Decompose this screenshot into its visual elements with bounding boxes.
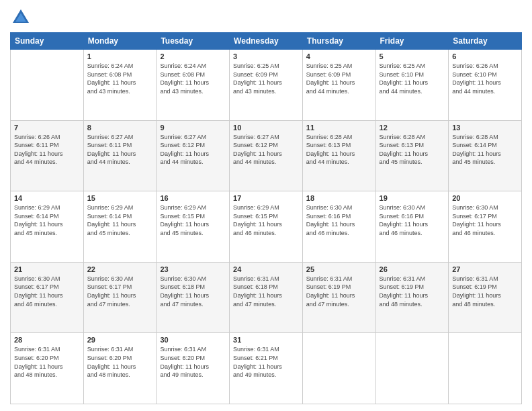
calendar-cell: 16Sunrise: 6:29 AM Sunset: 6:15 PM Dayli… (157, 191, 230, 263)
day-info: Sunrise: 6:28 AM Sunset: 6:14 PM Dayligh… (452, 133, 518, 167)
day-number: 3 (233, 52, 299, 60)
day-info: Sunrise: 6:31 AM Sunset: 6:18 PM Dayligh… (233, 275, 299, 308)
calendar-cell: 11Sunrise: 6:28 AM Sunset: 6:13 PM Dayli… (302, 120, 375, 191)
calendar-cell: 28Sunrise: 6:31 AM Sunset: 6:20 PM Dayli… (11, 333, 84, 404)
day-info: Sunrise: 6:30 AM Sunset: 6:16 PM Dayligh… (380, 203, 445, 237)
day-number: 13 (452, 124, 518, 132)
day-number: 5 (380, 52, 445, 60)
day-number: 16 (160, 194, 226, 202)
calendar-cell: 12Sunrise: 6:28 AM Sunset: 6:13 PM Dayli… (375, 120, 449, 191)
calendar-cell: 29Sunrise: 6:31 AM Sunset: 6:20 PM Dayli… (83, 333, 157, 404)
header-cell-wednesday: Wednesday (230, 33, 303, 50)
week-row: 14Sunrise: 6:29 AM Sunset: 6:14 PM Dayli… (11, 191, 522, 263)
calendar-cell: 3Sunrise: 6:25 AM Sunset: 6:09 PM Daylig… (230, 50, 303, 121)
day-info: Sunrise: 6:27 AM Sunset: 6:11 PM Dayligh… (87, 133, 153, 167)
day-info: Sunrise: 6:30 AM Sunset: 6:17 PM Dayligh… (452, 203, 518, 237)
day-number: 30 (160, 336, 226, 344)
calendar-cell: 6Sunrise: 6:26 AM Sunset: 6:10 PM Daylig… (449, 50, 522, 121)
calendar-cell: 9Sunrise: 6:27 AM Sunset: 6:12 PM Daylig… (157, 120, 230, 191)
day-info: Sunrise: 6:30 AM Sunset: 6:18 PM Dayligh… (160, 275, 226, 308)
week-row: 7Sunrise: 6:26 AM Sunset: 6:11 PM Daylig… (11, 120, 522, 191)
calendar-cell: 26Sunrise: 6:31 AM Sunset: 6:19 PM Dayli… (375, 262, 449, 333)
calendar-cell: 23Sunrise: 6:30 AM Sunset: 6:18 PM Dayli… (157, 262, 230, 333)
day-number: 11 (306, 124, 372, 132)
day-info: Sunrise: 6:29 AM Sunset: 6:14 PM Dayligh… (87, 203, 153, 237)
week-row: 28Sunrise: 6:31 AM Sunset: 6:20 PM Dayli… (11, 333, 522, 404)
day-info: Sunrise: 6:29 AM Sunset: 6:14 PM Dayligh… (14, 203, 80, 237)
header-cell-monday: Monday (83, 33, 157, 50)
day-info: Sunrise: 6:30 AM Sunset: 6:16 PM Dayligh… (306, 203, 372, 237)
day-number: 15 (87, 194, 153, 202)
day-info: Sunrise: 6:28 AM Sunset: 6:13 PM Dayligh… (380, 133, 445, 167)
day-info: Sunrise: 6:31 AM Sunset: 6:19 PM Dayligh… (380, 275, 445, 308)
calendar-cell (449, 333, 522, 404)
calendar-cell: 2Sunrise: 6:24 AM Sunset: 6:08 PM Daylig… (157, 50, 230, 121)
day-info: Sunrise: 6:31 AM Sunset: 6:21 PM Dayligh… (233, 345, 299, 379)
calendar-cell: 15Sunrise: 6:29 AM Sunset: 6:14 PM Dayli… (83, 191, 157, 263)
calendar-cell: 13Sunrise: 6:28 AM Sunset: 6:14 PM Dayli… (449, 120, 522, 191)
day-number: 1 (87, 52, 153, 60)
calendar-cell: 25Sunrise: 6:31 AM Sunset: 6:19 PM Dayli… (302, 262, 375, 333)
day-number: 20 (452, 194, 518, 202)
calendar-cell: 4Sunrise: 6:25 AM Sunset: 6:09 PM Daylig… (302, 50, 375, 121)
calendar-cell (302, 333, 375, 404)
day-info: Sunrise: 6:24 AM Sunset: 6:08 PM Dayligh… (160, 62, 226, 95)
calendar-cell: 5Sunrise: 6:25 AM Sunset: 6:10 PM Daylig… (375, 50, 449, 121)
day-info: Sunrise: 6:27 AM Sunset: 6:12 PM Dayligh… (233, 133, 299, 167)
day-number: 7 (14, 124, 80, 132)
day-number: 25 (306, 265, 372, 273)
day-info: Sunrise: 6:31 AM Sunset: 6:20 PM Dayligh… (14, 345, 80, 379)
page: SundayMondayTuesdayWednesdayThursdayFrid… (0, 0, 532, 411)
calendar-cell: 17Sunrise: 6:29 AM Sunset: 6:15 PM Dayli… (230, 191, 303, 263)
day-number: 2 (160, 52, 226, 60)
day-info: Sunrise: 6:31 AM Sunset: 6:19 PM Dayligh… (452, 275, 518, 308)
day-number: 23 (160, 265, 226, 273)
calendar-cell: 21Sunrise: 6:30 AM Sunset: 6:17 PM Dayli… (11, 262, 84, 333)
day-info: Sunrise: 6:28 AM Sunset: 6:13 PM Dayligh… (306, 133, 372, 167)
day-info: Sunrise: 6:27 AM Sunset: 6:12 PM Dayligh… (160, 133, 226, 167)
day-number: 31 (233, 336, 299, 344)
calendar-table: SundayMondayTuesdayWednesdayThursdayFrid… (10, 32, 522, 404)
header-cell-sunday: Sunday (11, 33, 84, 50)
day-number: 27 (452, 265, 518, 273)
calendar-cell: 31Sunrise: 6:31 AM Sunset: 6:21 PM Dayli… (230, 333, 303, 404)
header-cell-tuesday: Tuesday (157, 33, 230, 50)
header-cell-thursday: Thursday (302, 33, 375, 50)
day-number: 6 (452, 52, 518, 60)
day-info: Sunrise: 6:25 AM Sunset: 6:10 PM Dayligh… (380, 62, 445, 95)
calendar-cell: 24Sunrise: 6:31 AM Sunset: 6:18 PM Dayli… (230, 262, 303, 333)
calendar-cell: 8Sunrise: 6:27 AM Sunset: 6:11 PM Daylig… (83, 120, 157, 191)
day-number: 4 (306, 52, 372, 60)
calendar-header: SundayMondayTuesdayWednesdayThursdayFrid… (11, 33, 522, 50)
calendar-cell: 10Sunrise: 6:27 AM Sunset: 6:12 PM Dayli… (230, 120, 303, 191)
calendar-cell: 14Sunrise: 6:29 AM Sunset: 6:14 PM Dayli… (11, 191, 84, 263)
calendar-cell: 19Sunrise: 6:30 AM Sunset: 6:16 PM Dayli… (375, 191, 449, 263)
day-number: 29 (87, 336, 153, 344)
day-number: 14 (14, 194, 80, 202)
header-row: SundayMondayTuesdayWednesdayThursdayFrid… (11, 33, 522, 50)
day-number: 18 (306, 194, 372, 202)
header-cell-saturday: Saturday (449, 33, 522, 50)
calendar-cell: 30Sunrise: 6:31 AM Sunset: 6:20 PM Dayli… (157, 333, 230, 404)
day-info: Sunrise: 6:29 AM Sunset: 6:15 PM Dayligh… (233, 203, 299, 237)
day-number: 21 (14, 265, 80, 273)
calendar-cell: 20Sunrise: 6:30 AM Sunset: 6:17 PM Dayli… (449, 191, 522, 263)
day-number: 9 (160, 124, 226, 132)
day-info: Sunrise: 6:29 AM Sunset: 6:15 PM Dayligh… (160, 203, 226, 237)
day-info: Sunrise: 6:30 AM Sunset: 6:17 PM Dayligh… (14, 275, 80, 308)
logo (10, 7, 34, 28)
calendar-cell: 7Sunrise: 6:26 AM Sunset: 6:11 PM Daylig… (11, 120, 84, 191)
calendar-body: 1Sunrise: 6:24 AM Sunset: 6:08 PM Daylig… (11, 50, 522, 404)
day-number: 26 (380, 265, 445, 273)
header-cell-friday: Friday (375, 33, 449, 50)
calendar-cell: 27Sunrise: 6:31 AM Sunset: 6:19 PM Dayli… (449, 262, 522, 333)
logo-icon (10, 7, 32, 28)
week-row: 21Sunrise: 6:30 AM Sunset: 6:17 PM Dayli… (11, 262, 522, 333)
day-info: Sunrise: 6:31 AM Sunset: 6:19 PM Dayligh… (306, 275, 372, 308)
day-info: Sunrise: 6:25 AM Sunset: 6:09 PM Dayligh… (233, 62, 299, 95)
header (10, 7, 522, 28)
day-number: 17 (233, 194, 299, 202)
calendar-cell (375, 333, 449, 404)
day-number: 22 (87, 265, 153, 273)
calendar-cell (11, 50, 84, 121)
